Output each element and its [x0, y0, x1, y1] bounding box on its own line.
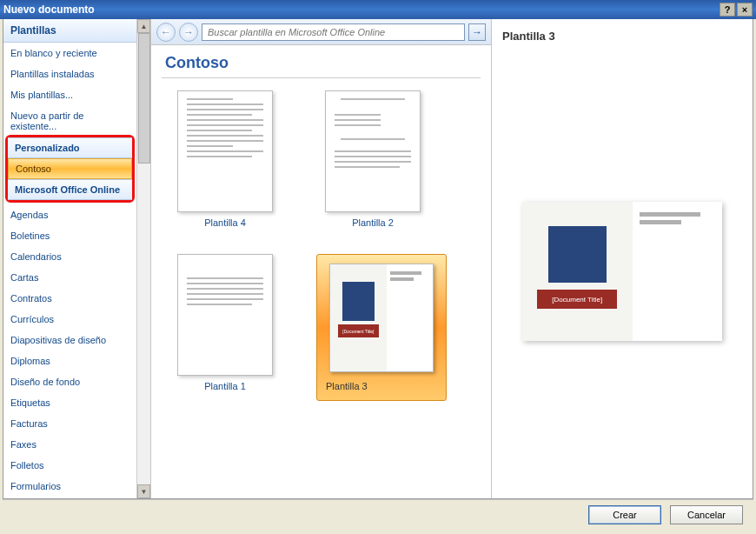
sidebar-scrollbar[interactable]: ▲ ▼ — [136, 19, 150, 498]
forward-button[interactable]: → — [179, 23, 198, 42]
sidebar-item[interactable]: Facturas — [3, 413, 136, 434]
sidebar-item[interactable]: Contratos — [3, 288, 136, 309]
template-label: Plantilla 4 — [169, 217, 282, 228]
sidebar-item[interactable]: Cartas — [3, 267, 136, 288]
sidebar-item[interactable]: Diapositivas de diseño — [3, 330, 136, 350]
template-thumbnail — [177, 254, 273, 376]
template-item[interactable]: Plantilla 1 — [169, 254, 282, 401]
template-thumbnail: [Document Title] — [329, 264, 434, 372]
sidebar-item[interactable]: Diseño de fondo — [3, 371, 136, 392]
sidebar-header: Plantillas — [3, 19, 136, 43]
help-button[interactable]: ? — [720, 3, 735, 17]
sidebar-item[interactable]: Mis plantillas... — [3, 84, 136, 105]
preview-area: [Document Title] — [502, 51, 742, 491]
section-personalizado[interactable]: Personalizado — [8, 137, 132, 158]
create-button[interactable]: Crear — [588, 505, 661, 524]
template-item[interactable]: Plantilla 2 — [316, 90, 429, 228]
sidebar-item[interactable]: Horarios — [3, 497, 136, 498]
divider — [162, 77, 481, 78]
template-item-selected[interactable]: [Document Title] Plantilla 3 — [316, 254, 447, 401]
sidebar-item[interactable]: Nuevo a partir de existente... — [3, 105, 136, 137]
scroll-down-icon[interactable]: ▼ — [137, 484, 150, 498]
sidebar-item[interactable]: Etiquetas — [3, 392, 136, 413]
close-button[interactable]: × — [737, 3, 753, 17]
sidebar-item[interactable]: Plantillas instaladas — [3, 63, 136, 84]
title-bar: Nuevo documento ? × — [0, 0, 756, 19]
sidebar-item[interactable]: Faxes — [3, 434, 136, 455]
template-grid: Plantilla 4 Plantilla 2 — [151, 87, 491, 404]
preview-panel: Plantilla 3 [Document Title] — [492, 19, 753, 498]
dialog-footer: Crear Cancelar — [3, 499, 753, 529]
search-go-button[interactable]: → — [468, 23, 486, 41]
template-label: Plantilla 1 — [169, 381, 282, 391]
arrow-left-icon: ← — [161, 26, 171, 38]
preview-document: [Document Title] — [522, 202, 722, 341]
doc-title-text: [Document Title] — [338, 324, 380, 337]
template-label: Plantilla 2 — [316, 217, 429, 228]
arrow-right-icon: → — [472, 26, 482, 38]
sidebar: Plantillas En blanco y reciente Plantill… — [3, 19, 151, 498]
arrow-right-icon: → — [183, 26, 194, 38]
content-title: Contoso — [151, 45, 491, 77]
template-item[interactable]: Plantilla 4 — [169, 90, 282, 228]
search-box — [202, 23, 465, 41]
doc-title-text: [Document Title] — [537, 290, 617, 309]
scroll-track[interactable] — [137, 164, 150, 484]
back-button[interactable]: ← — [156, 23, 176, 42]
sidebar-item[interactable]: Currículos — [3, 309, 136, 330]
toolbar: ← → → — [151, 19, 491, 45]
sidebar-item[interactable]: Calendarios — [3, 246, 136, 267]
template-thumbnail — [325, 90, 421, 212]
sidebar-item[interactable]: Boletines — [3, 225, 136, 246]
sidebar-item[interactable]: En blanco y reciente — [3, 43, 136, 63]
cancel-button[interactable]: Cancelar — [670, 505, 743, 524]
preview-title: Plantilla 3 — [502, 26, 742, 51]
main-panel: ← → → Contoso Plantilla 4 — [151, 19, 492, 498]
sidebar-item[interactable]: Diplomas — [3, 350, 136, 371]
template-thumbnail — [177, 90, 273, 212]
template-label: Plantilla 3 — [326, 381, 437, 391]
sidebar-item-contoso[interactable]: Contoso — [8, 158, 132, 179]
scroll-thumb[interactable] — [138, 33, 150, 164]
search-input[interactable] — [202, 25, 464, 39]
sidebar-item[interactable]: Formularios — [3, 476, 136, 497]
highlighted-section: Personalizado Contoso Microsoft Office O… — [5, 135, 135, 203]
sidebar-item[interactable]: Folletos — [3, 455, 136, 476]
scroll-up-icon[interactable]: ▲ — [137, 19, 150, 33]
section-office-online[interactable]: Microsoft Office Online — [8, 179, 132, 200]
window-title: Nuevo documento — [3, 3, 95, 16]
sidebar-item[interactable]: Agendas — [3, 204, 136, 225]
